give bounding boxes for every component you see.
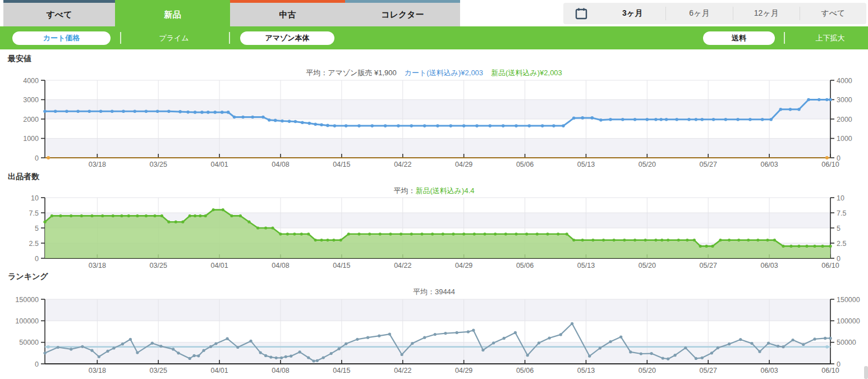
svg-text:06/10: 06/10 <box>821 161 839 168</box>
svg-text:04/22: 04/22 <box>394 367 411 375</box>
svg-text:2000: 2000 <box>837 116 852 124</box>
avg-cart-price: カート(送料込み)¥2,003 <box>405 69 483 77</box>
svg-text:04/01: 04/01 <box>210 161 228 168</box>
svg-text:05/06: 05/06 <box>516 262 534 270</box>
svg-text:05/13: 05/13 <box>577 161 595 168</box>
toolbar-divider <box>784 32 785 44</box>
tab-all-label: すべて <box>46 10 72 19</box>
scrollbar-thumb[interactable] <box>864 366 868 379</box>
lowest-price-chart: 001000100020002000300030004000400003/180… <box>0 77 868 173</box>
svg-text:1000: 1000 <box>837 135 852 143</box>
svg-text:03/18: 03/18 <box>89 161 106 168</box>
range-3months[interactable]: 3ヶ月 <box>599 8 665 19</box>
svg-text:150000: 150000 <box>837 296 860 304</box>
avg-amazon-price: 平均：アマゾン販売 ¥1,900 <box>306 69 397 77</box>
svg-text:7.5: 7.5 <box>29 209 39 217</box>
svg-text:0: 0 <box>35 360 39 368</box>
sales-rank-chart: 00500005000010000010000015000015000003/1… <box>0 296 868 379</box>
seller-count-chart: 002.52.5557.57.5101003/1803/2504/0104/08… <box>0 195 868 275</box>
svg-text:04/15: 04/15 <box>333 262 350 270</box>
svg-text:03/25: 03/25 <box>150 161 167 168</box>
expand-vertical-toggle[interactable]: 上下拡大 <box>793 31 867 45</box>
avg-sellers-prefix: 平均： <box>393 186 415 195</box>
calendar-icon[interactable] <box>563 7 599 20</box>
price-chart-averages: 平均：アマゾン販売 ¥1,900カート(送料込み)¥2,003新品(送料込み)¥… <box>0 68 868 78</box>
svg-text:04/08: 04/08 <box>272 367 289 375</box>
svg-text:05/27: 05/27 <box>700 262 717 270</box>
svg-text:04/01: 04/01 <box>210 262 228 270</box>
svg-text:05/27: 05/27 <box>700 367 717 375</box>
amazon-body-toggle[interactable]: アマゾン本体 <box>240 31 334 45</box>
svg-text:05/20: 05/20 <box>639 367 656 375</box>
svg-text:2000: 2000 <box>23 116 39 124</box>
svg-text:03/25: 03/25 <box>150 262 167 270</box>
svg-text:04/29: 04/29 <box>455 262 472 270</box>
svg-text:04/08: 04/08 <box>272 262 289 270</box>
svg-text:03/18: 03/18 <box>89 367 106 375</box>
svg-text:04/22: 04/22 <box>394 262 411 270</box>
svg-text:0: 0 <box>35 255 39 263</box>
tab-collector[interactable]: コレクター <box>345 0 460 26</box>
tab-new-label: 新品 <box>164 10 181 19</box>
svg-text:03/25: 03/25 <box>150 367 167 375</box>
toolbar-divider <box>229 32 230 44</box>
calendar-icon-glyph <box>575 7 587 20</box>
toolbar-divider <box>120 32 121 44</box>
shipping-toggle[interactable]: 送料 <box>703 31 775 45</box>
svg-text:100000: 100000 <box>837 317 860 325</box>
svg-text:06/10: 06/10 <box>821 262 839 270</box>
svg-text:04/15: 04/15 <box>333 161 350 168</box>
svg-text:04/22: 04/22 <box>394 161 411 168</box>
svg-text:50000: 50000 <box>837 339 856 346</box>
range-6months[interactable]: 6ヶ月 <box>666 8 732 19</box>
price-chart-title: 最安値 <box>8 54 31 64</box>
svg-text:4000: 4000 <box>837 77 852 85</box>
tab-used[interactable]: 中古 <box>230 0 345 26</box>
svg-text:3000: 3000 <box>23 96 39 104</box>
svg-text:06/03: 06/03 <box>760 262 778 270</box>
svg-text:05/20: 05/20 <box>639 161 656 168</box>
svg-text:5: 5 <box>837 225 841 232</box>
svg-text:7.5: 7.5 <box>837 209 846 217</box>
svg-text:04/29: 04/29 <box>455 161 472 168</box>
svg-text:3000: 3000 <box>837 96 852 104</box>
svg-text:05/13: 05/13 <box>577 262 595 270</box>
chart-options-toolbar: カート価格 プライム アマゾン本体 送料 上下拡大 <box>0 26 868 49</box>
product-condition-tabs: すべて 新品 中古 コレクター 3ヶ月 6ヶ月 12ヶ月 すべて <box>0 0 868 26</box>
svg-text:04/08: 04/08 <box>272 161 289 168</box>
sellers-chart-title: 出品者数 <box>8 172 39 182</box>
svg-text:06/03: 06/03 <box>760 367 778 375</box>
svg-text:04/01: 04/01 <box>210 367 228 375</box>
svg-text:2.5: 2.5 <box>837 240 846 248</box>
svg-text:03/18: 03/18 <box>89 262 106 270</box>
rank-chart-averages: 平均：39444 <box>0 287 868 297</box>
svg-text:2.5: 2.5 <box>29 240 39 248</box>
svg-text:4000: 4000 <box>23 77 39 85</box>
tab-used-label: 中古 <box>279 10 296 19</box>
range-12months[interactable]: 12ヶ月 <box>733 8 800 19</box>
svg-text:10: 10 <box>31 195 39 202</box>
svg-text:05/27: 05/27 <box>700 161 717 168</box>
svg-text:0: 0 <box>35 154 39 162</box>
avg-sellers-value: 新品(送料込み)4.4 <box>415 186 474 195</box>
cart-price-toggle[interactable]: カート価格 <box>12 31 111 45</box>
tab-collector-label: コレクター <box>381 10 424 19</box>
svg-text:05/13: 05/13 <box>577 367 595 375</box>
svg-text:06/10: 06/10 <box>821 367 839 375</box>
svg-text:100000: 100000 <box>15 317 39 325</box>
svg-text:10: 10 <box>837 195 844 202</box>
avg-new-price: 新品(送料込み)¥2,003 <box>491 69 562 77</box>
svg-text:05/20: 05/20 <box>639 262 656 270</box>
svg-text:5: 5 <box>35 225 39 232</box>
svg-text:04/15: 04/15 <box>333 367 350 375</box>
range-all[interactable]: すべて <box>800 8 866 19</box>
svg-text:150000: 150000 <box>15 296 39 304</box>
svg-text:04/29: 04/29 <box>455 367 472 375</box>
rank-chart-title: ランキング <box>8 272 48 282</box>
svg-text:05/06: 05/06 <box>516 367 534 375</box>
svg-text:05/06: 05/06 <box>516 161 534 168</box>
svg-text:50000: 50000 <box>19 339 39 346</box>
prime-toggle[interactable]: プライム <box>130 31 218 45</box>
tab-new[interactable]: 新品 <box>115 0 230 26</box>
tab-all[interactable]: すべて <box>3 0 115 26</box>
